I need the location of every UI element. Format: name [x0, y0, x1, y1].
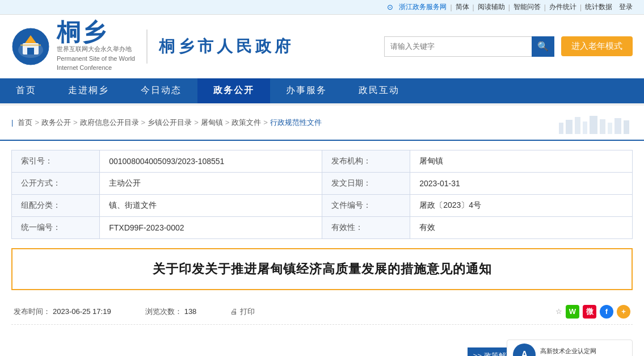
bc-township-dir[interactable]: 乡镇公开目录 [148, 118, 192, 128]
gaoxin-logo: A [513, 344, 536, 357]
bc-policy-files[interactable]: 政策文件 [231, 118, 261, 128]
article-title-box: 关于印发关于推进屠甸镇经济高质量发展的措施意见的通知 [11, 248, 633, 290]
gov-title: 桐乡市人民政府 [159, 36, 294, 57]
search-bar: 🔍 [384, 36, 554, 57]
value-gongkai-fangshi: 主动公开 [100, 172, 322, 194]
logo-text: 桐乡 世界互联网大会永久举办地 Permanent Site of the Wo… [57, 20, 135, 73]
svg-rect-13 [614, 118, 621, 134]
logo-subtitle: 世界互联网大会永久举办地 Permanent Site of the World… [57, 44, 135, 73]
zj-logo-icon: ⊙ [387, 3, 393, 11]
value-fawen-riqi: 2023-01-31 [410, 172, 633, 194]
table-row: 统一编号： FTXD99F-2023-0002 有效性： 有效 [12, 216, 633, 238]
table-row: 组配分类： 镇、街道文件 文件编号： 屠政〔2023〕4号 [12, 194, 633, 216]
table-row: 索引号： 001008004005093/2023-108551 发布机构： 屠… [12, 150, 633, 172]
nav-item-interaction[interactable]: 政民互动 [343, 78, 415, 103]
label-fawen-riqi: 发文日期： [322, 172, 410, 194]
svg-rect-10 [590, 116, 597, 134]
nav-item-gov-open[interactable]: 政务公开 [197, 78, 270, 103]
bc-info-dir[interactable]: 政府信息公开目录 [80, 118, 139, 128]
gaoxin-badge: A 高新技术企业认定网 GAOXINJISHUQIYERENDINGWANG [507, 340, 633, 357]
label-suoyinhao: 索引号： [12, 150, 100, 172]
share-icon: ☆ [555, 307, 562, 316]
share-icons: ☆ W 微 f + [555, 305, 630, 319]
label-youxiaoxing: 有效性： [322, 216, 410, 238]
print-button[interactable]: 🖨 打印 [230, 307, 255, 317]
qq-share-icon[interactable]: f [600, 305, 613, 319]
nav-item-home[interactable]: 首页 [0, 78, 52, 103]
table-row: 公开方式： 主动公开 发文日期： 2023-01-31 [12, 172, 633, 194]
value-fabu-jigou: 屠甸镇 [410, 150, 633, 172]
bc-tudian[interactable]: 屠甸镇 [201, 118, 223, 128]
nav-item-news[interactable]: 今日动态 [125, 78, 197, 103]
search-input[interactable] [384, 36, 532, 57]
breadcrumb: | 首页 > 政务公开 > 政府信息公开目录 > 乡镇公开目录 > 屠甸镇 > … [0, 106, 644, 141]
elderly-mode-button[interactable]: 进入老年模式 [561, 36, 633, 56]
value-youxiaoxing: 有效 [410, 216, 633, 238]
bc-current: 行政规范性文件 [270, 118, 322, 128]
publish-time-item: 发布时间： 2023-06-25 17:19 [14, 307, 111, 317]
label-wenjian-bianhao: 文件编号： [322, 194, 410, 216]
svg-rect-12 [608, 123, 612, 134]
more-share-icon[interactable]: + [617, 305, 630, 319]
svg-rect-7 [566, 120, 573, 134]
simple-link[interactable]: 简体 [456, 2, 469, 12]
search-button[interactable]: 🔍 [532, 36, 554, 57]
nav-item-services[interactable]: 办事服务 [270, 78, 343, 103]
label-gongkai-fangshi: 公开方式： [12, 172, 100, 194]
publish-time-label: 发布时间： [14, 307, 50, 317]
article-title: 关于印发关于推进屠甸镇经济高质量发展的措施意见的通知 [24, 261, 620, 278]
header-decoration [553, 111, 633, 134]
wechat-share-icon[interactable]: W [566, 305, 579, 319]
svg-rect-3 [27, 48, 34, 55]
search-section: 🔍 进入老年模式 [305, 36, 633, 57]
value-zupei-fenlei: 镇、街道文件 [100, 194, 322, 216]
view-count-value: 138 [184, 307, 197, 316]
publish-time-value: 2023-06-25 17:19 [53, 307, 111, 316]
arrow-icon: >> [473, 351, 482, 356]
bc-home[interactable]: 首页 [18, 118, 32, 128]
value-wenjian-bianhao: 屠政〔2023〕4号 [410, 194, 633, 216]
divider [146, 30, 148, 64]
print-label: 打印 [240, 307, 255, 317]
value-suoyinhao: 001008004005093/2023-108551 [100, 150, 322, 172]
weibo-share-icon[interactable]: 微 [583, 305, 596, 319]
article-meta: 发布时间： 2023-06-25 17:19 浏览次数： 138 🖨 打印 ☆ … [11, 299, 633, 325]
label-tongyi-bianhao: 统一编号： [12, 216, 100, 238]
nav-bar: 首页 走进桐乡 今日动态 政务公开 办事服务 政民互动 [0, 78, 644, 103]
zj-service-link[interactable]: 浙江政务服务网 [399, 2, 447, 12]
svg-rect-14 [624, 120, 629, 134]
svg-rect-8 [575, 117, 580, 134]
stats-data-link[interactable]: 统计数据 [585, 2, 612, 12]
header: 桐乡 世界互联网大会永久举办地 Permanent Site of the Wo… [0, 15, 644, 78]
label-fabu-jigou: 发布机构： [322, 150, 410, 172]
svg-rect-5 [20, 44, 41, 46]
city-name: 桐乡 [57, 20, 135, 44]
gaoxin-line1: 高新技术企业认定网 [540, 346, 626, 356]
print-icon: 🖨 [230, 307, 238, 316]
nav-item-intro[interactable]: 走进桐乡 [52, 78, 125, 103]
bc-gov-open[interactable]: 政务公开 [41, 118, 71, 128]
svg-rect-6 [559, 123, 563, 134]
office-stats-link[interactable]: 办件统计 [549, 2, 576, 12]
login-link[interactable]: 登录 [619, 2, 633, 12]
gaoxin-text: 高新技术企业认定网 GAOXINJISHUQIYERENDINGWANG [540, 346, 626, 357]
main-content: 索引号： 001008004005093/2023-108551 发布机构： 屠… [0, 141, 644, 357]
view-count-label: 浏览次数： [145, 307, 182, 317]
top-bar: ⊙ 浙江政务服务网 | 简体 | 阅读辅助 | 智能问答 | 办件统计 | 统计… [0, 0, 644, 15]
smart-qa-link[interactable]: 智能问答 [513, 2, 541, 12]
label-zupei-fenlei: 组配分类： [12, 194, 100, 216]
city-logo-icon [11, 27, 50, 66]
value-tongyi-bianhao: FTXD99F-2023-0002 [100, 216, 322, 238]
logo-section: 桐乡 世界互联网大会永久举办地 Permanent Site of the Wo… [11, 20, 294, 73]
view-count-item: 浏览次数： 138 [145, 307, 197, 317]
svg-rect-9 [583, 122, 587, 134]
reading-aid-link[interactable]: 阅读辅助 [478, 2, 505, 12]
svg-rect-11 [600, 119, 605, 134]
info-table: 索引号： 001008004005093/2023-108551 发布机构： 屠… [11, 150, 633, 239]
bottom-section: >> 政策解读 A 高新技术企业认定网 GAOXINJISHUQIYERENDI… [11, 330, 633, 357]
breadcrumb-marker: | [11, 118, 13, 127]
